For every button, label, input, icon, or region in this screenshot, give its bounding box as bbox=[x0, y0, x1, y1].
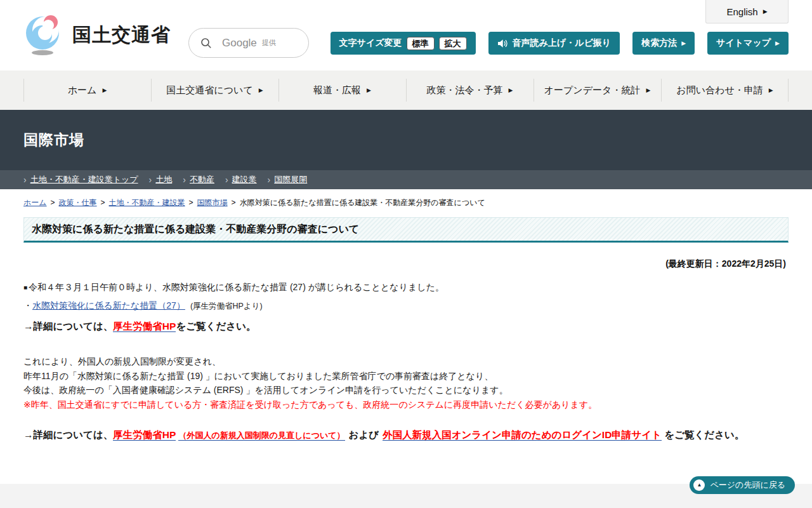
paragraph: これにより、外国人の新規入国制限が変更され、 昨年11月の「水際対策に係る新たな… bbox=[23, 354, 789, 411]
search-placeholder: Google bbox=[222, 37, 257, 50]
separator: > bbox=[51, 198, 55, 207]
arrow-right-icon: ▶ bbox=[681, 41, 686, 46]
category-links-bar: › 土地・不動産・建設業トップ › 土地 › 不動産 › 建設業 › 国際展開 bbox=[0, 170, 812, 189]
nav-item-label: ホーム bbox=[68, 84, 97, 97]
breadcrumb-link-international-market[interactable]: 国際市場 bbox=[197, 198, 228, 207]
mhlw-hp-link-2[interactable]: 厚生労働省HP bbox=[113, 429, 176, 441]
chevron-icon: › bbox=[149, 175, 152, 184]
page: English ▶ 国土交通省 Google 提供 bbox=[0, 0, 812, 508]
mlit-logo-icon bbox=[23, 14, 66, 56]
nav-item-press[interactable]: 報道・広報 ▶ bbox=[278, 70, 406, 110]
english-label: English bbox=[726, 6, 757, 17]
conjunction-text: および bbox=[349, 429, 379, 440]
nav-item-about-mlit[interactable]: 国土交通省について ▶ bbox=[151, 70, 278, 110]
category-link-entry: › 国際展開 bbox=[268, 174, 308, 185]
detail-suffix: をご覧ください。 bbox=[176, 321, 256, 331]
font-size-button[interactable]: 文字サイズ変更 標準 拡大 bbox=[331, 32, 476, 55]
notice-line: ■令和４年３月１日午前０時より、水際対策強化に係る新たな措置 (27) が講じら… bbox=[23, 282, 789, 293]
search-input[interactable]: Google 提供 bbox=[188, 28, 309, 58]
detail-line-2: →詳細については、厚生労働省HP （外国人の新規入国制限の見直しについて）および… bbox=[23, 429, 789, 442]
measure-link-note: (厚生労働省HPより) bbox=[190, 302, 263, 311]
arrow-right-icon: ▶ bbox=[259, 88, 263, 93]
separator: > bbox=[232, 198, 236, 207]
category-link-entry: › 不動産 bbox=[183, 174, 214, 185]
font-size-large-button[interactable]: 拡大 bbox=[439, 37, 467, 50]
breadcrumb-current: 水際対策に係る新たな措置に係る建設業・不動産業分野の審査について bbox=[240, 198, 485, 207]
search-placeholder-note: 提供 bbox=[262, 38, 276, 48]
category-link-land[interactable]: 土地 bbox=[155, 174, 172, 185]
breadcrumb: ホーム>政策・仕事>土地・不動産・建設業>国際市場>水際対策に係る新たな措置に係… bbox=[0, 189, 812, 208]
separator: > bbox=[101, 198, 105, 207]
nav-item-label: 報道・広報 bbox=[313, 84, 361, 97]
category-link-construction[interactable]: 建設業 bbox=[232, 174, 257, 185]
article: 水際対策に係る新たな措置に係る建設業・不動産業分野の審査について (最終更新日：… bbox=[0, 217, 812, 442]
nav-item-label: 政策・法令・予算 bbox=[427, 84, 503, 97]
site-name: 国土交通省 bbox=[72, 22, 171, 48]
chevron-icon: › bbox=[225, 175, 228, 184]
nav-item-label: お問い合わせ・申請 bbox=[676, 84, 763, 97]
breadcrumb-link-land-realestate[interactable]: 土地・不動産・建設業 bbox=[109, 198, 185, 207]
search-icon bbox=[200, 37, 212, 49]
nav-item-label: オープンデータ・統計 bbox=[544, 84, 641, 97]
erfs-login-id-link[interactable]: 外国人新規入国オンライン申請のためのログインID申請サイト bbox=[383, 429, 662, 441]
page-title: 水際対策に係る新たな措置に係る建設業・不動産業分野の審査について bbox=[32, 223, 359, 236]
back-to-top-button[interactable]: ▲ ページの先頭に戻る bbox=[690, 476, 795, 494]
global-nav: ホーム ▶ 国土交通省について ▶ 報道・広報 ▶ 政策・法令・予算 ▶ オープ… bbox=[0, 70, 812, 110]
arrow-right-icon: ▶ bbox=[509, 88, 513, 93]
breadcrumb-link-policy[interactable]: 政策・仕事 bbox=[59, 198, 97, 207]
back-to-top-label: ページの先頭に戻る bbox=[710, 479, 785, 491]
nav-item-home[interactable]: ホーム ▶ bbox=[23, 70, 151, 110]
mhlw-hp-link[interactable]: 厚生労働省HP bbox=[113, 321, 176, 332]
nav-item-open-data[interactable]: オープンデータ・統計 ▶ bbox=[534, 70, 661, 110]
english-button[interactable]: English ▶ bbox=[705, 0, 789, 23]
detail-prefix: →詳細については、 bbox=[23, 429, 113, 440]
paragraph-line: これにより、外国人の新規入国制限が変更され、 bbox=[23, 354, 789, 369]
audio-reading-button[interactable]: 音声読み上げ・ルビ振り bbox=[488, 32, 620, 55]
breadcrumb-link-home[interactable]: ホーム bbox=[23, 198, 47, 207]
category-title: 国際市場 bbox=[23, 130, 84, 150]
nav-item-policy[interactable]: 政策・法令・予算 ▶ bbox=[406, 70, 534, 110]
up-arrow-icon: ▲ bbox=[693, 479, 705, 491]
paragraph-line: 今後は、政府統一の「入国者健康確認システム (ERFS) 」を活用してオンライン… bbox=[23, 383, 789, 398]
audio-reading-label: 音声読み上げ・ルビ振り bbox=[513, 37, 612, 49]
notice-text: 令和４年３月１日午前０時より、水際対策強化に係る新たな措置 (27) が講じられ… bbox=[29, 282, 444, 292]
speaker-icon bbox=[497, 39, 508, 48]
detail-suffix: をご覧ください。 bbox=[664, 429, 744, 440]
measure-link[interactable]: 水際対策強化に係る新たな措置（27） bbox=[32, 300, 185, 311]
arrow-right-icon: ▶ bbox=[646, 88, 650, 93]
detail-prefix: →詳細については、 bbox=[23, 321, 113, 331]
font-size-label: 文字サイズ変更 bbox=[339, 37, 402, 49]
article-content: ■令和４年３月１日午前０時より、水際対策強化に係る新たな措置 (27) が講じら… bbox=[0, 270, 812, 442]
paragraph-line: 昨年11月の「水際対策に係る新たな措置 (19) 」において実施しておりました業… bbox=[23, 369, 789, 384]
site-logo[interactable]: 国土交通省 bbox=[23, 14, 171, 56]
chevron-icon: › bbox=[183, 175, 186, 184]
category-banner: 国際市場 bbox=[0, 110, 812, 170]
arrow-right-icon: ▶ bbox=[102, 88, 107, 93]
separator: > bbox=[189, 198, 193, 207]
mhlw-hp-link-2-note[interactable]: （外国人の新規入国制限の見直しについて） bbox=[178, 431, 344, 441]
measure-link-line: ・水際対策強化に係る新たな措置（27）(厚生労働省HPより) bbox=[23, 300, 789, 312]
category-link-international[interactable]: 国際展開 bbox=[274, 174, 307, 185]
arrow-right-icon: ▶ bbox=[775, 41, 780, 46]
category-link-land-realestate-top[interactable]: 土地・不動産・建設業トップ bbox=[30, 174, 138, 185]
last-updated: (最終更新日：2022年2月25日) bbox=[0, 243, 812, 270]
nav-item-label: 国土交通省について bbox=[166, 84, 252, 97]
chevron-icon: › bbox=[23, 175, 27, 184]
category-link-entry: › 建設業 bbox=[225, 174, 257, 185]
search-method-label: 検索方法 bbox=[641, 37, 677, 49]
sitemap-button[interactable]: サイトマップ ▶ bbox=[707, 32, 789, 55]
chevron-icon: › bbox=[268, 175, 271, 184]
search-method-button[interactable]: 検索方法 ▶ bbox=[632, 32, 695, 55]
category-link-realestate[interactable]: 不動産 bbox=[190, 174, 214, 185]
font-size-standard-button[interactable]: 標準 bbox=[407, 37, 435, 50]
header-buttons: 文字サイズ変更 標準 拡大 音声読み上げ・ルビ振り 検索方法 ▶ サイトマップ … bbox=[331, 32, 789, 55]
nav-item-contact[interactable]: お問い合わせ・申請 ▶ bbox=[661, 70, 789, 110]
dot-bullet-icon: ・ bbox=[23, 300, 32, 311]
square-bullet-icon: ■ bbox=[23, 284, 27, 291]
warning-text: ※昨年、国土交通省にすでに申請している方・審査済証を受け取った方であっても、政府… bbox=[23, 398, 789, 412]
arrow-right-icon: ▶ bbox=[367, 88, 371, 93]
sitemap-label: サイトマップ bbox=[716, 37, 771, 49]
category-link-entry: › 土地 bbox=[149, 174, 173, 185]
article-title-box: 水際対策に係る新たな措置に係る建設業・不動産業分野の審査について bbox=[23, 217, 789, 243]
site-header: English ▶ 国土交通省 Google 提供 bbox=[0, 0, 812, 70]
